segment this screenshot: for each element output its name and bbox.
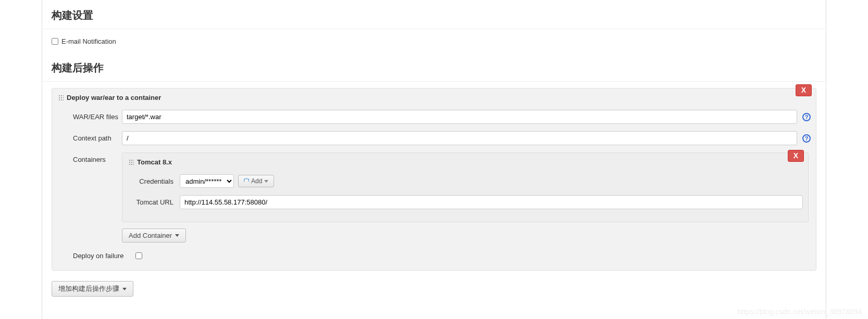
section-build-settings-title: 构建设置 — [42, 1, 826, 29]
add-container-button[interactable]: Add Container — [122, 228, 186, 243]
credentials-label: Credentials — [128, 177, 180, 185]
section-post-build-title: 构建后操作 — [42, 54, 826, 82]
add-post-build-step-button[interactable]: 增加构建后操作步骤 — [52, 281, 133, 297]
context-path-input[interactable] — [122, 131, 797, 145]
help-icon[interactable]: ? — [802, 113, 811, 121]
chevron-down-icon — [175, 234, 179, 237]
add-credentials-label: Add — [251, 177, 262, 185]
tomcat-url-label: Tomcat URL — [128, 198, 180, 206]
drag-handle-icon[interactable] — [58, 95, 64, 101]
delete-container-button[interactable]: X — [788, 150, 804, 162]
config-panel: 构建设置 E-mail Notification 构建后操作 X Deploy … — [42, 0, 826, 319]
email-notification-checkbox[interactable] — [52, 38, 58, 45]
section-build-settings-body: E-mail Notification — [42, 29, 826, 54]
war-files-input[interactable] — [122, 110, 797, 124]
tomcat-container-block: X Tomcat 8.x Credentials admin/****** — [122, 152, 809, 222]
deploy-block-title: Deploy war/ear to a container — [57, 91, 811, 107]
add-post-build-step-label: 增加构建后操作步骤 — [58, 284, 119, 294]
container-title-text: Tomcat 8.x — [137, 158, 172, 166]
add-credentials-button[interactable]: Add — [238, 175, 274, 187]
tomcat-url-input[interactable] — [180, 195, 803, 209]
delete-deploy-block-button[interactable]: X — [796, 84, 812, 96]
war-files-label: WAR/EAR files — [57, 113, 122, 121]
help-icon[interactable]: ? — [802, 134, 811, 143]
deploy-on-failure-checkbox[interactable] — [135, 252, 142, 259]
credentials-select[interactable]: admin/****** — [180, 174, 234, 188]
chevron-down-icon — [122, 288, 127, 290]
container-title: Tomcat 8.x — [128, 155, 803, 171]
key-icon — [244, 178, 249, 182]
deploy-war-block: X Deploy war/ear to a container WAR/EAR … — [52, 88, 816, 271]
email-notification-label: E-mail Notification — [61, 37, 116, 45]
context-path-label: Context path — [57, 134, 122, 142]
drag-handle-icon[interactable] — [129, 159, 134, 165]
containers-label: Containers — [57, 152, 122, 163]
deploy-block-title-text: Deploy war/ear to a container — [67, 94, 161, 101]
deploy-on-failure-label: Deploy on failure — [57, 252, 135, 260]
add-container-label: Add Container — [129, 232, 172, 239]
chevron-down-icon — [264, 180, 268, 183]
